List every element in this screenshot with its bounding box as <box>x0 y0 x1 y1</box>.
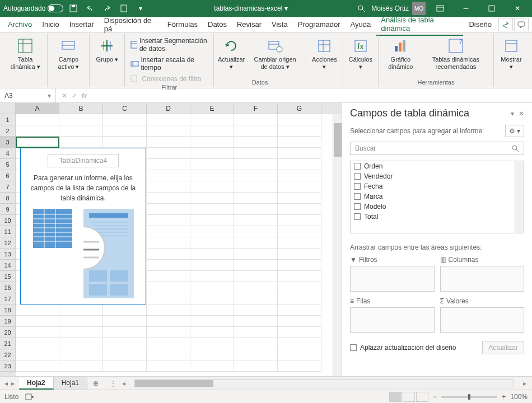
cell[interactable] <box>234 204 278 215</box>
gear-icon[interactable]: ⚙ ▾ <box>505 125 524 137</box>
field-checkbox[interactable] <box>354 203 361 210</box>
pane-dropdown-icon[interactable]: ▾ <box>511 110 514 118</box>
row-head-5[interactable]: 5 <box>0 159 16 170</box>
cell[interactable] <box>147 215 190 226</box>
cell[interactable] <box>190 125 234 137</box>
cell[interactable] <box>59 125 103 137</box>
cell[interactable] <box>234 360 278 372</box>
cell[interactable] <box>278 125 321 137</box>
cell[interactable] <box>190 360 234 372</box>
cell[interactable] <box>190 316 234 327</box>
row-head-7[interactable]: 7 <box>0 181 16 193</box>
cell[interactable] <box>147 170 190 181</box>
row-head-15[interactable]: 15 <box>0 271 16 282</box>
cell[interactable] <box>59 137 103 148</box>
update-button[interactable]: Actualizar <box>482 341 524 354</box>
cell[interactable] <box>234 282 278 293</box>
cell[interactable] <box>16 304 59 316</box>
cell[interactable] <box>103 327 147 338</box>
name-box[interactable]: A3 ▾ <box>0 88 56 102</box>
calculations-button[interactable]: fx Cálculos ▾ <box>347 36 375 72</box>
row-head-9[interactable]: 9 <box>0 204 16 215</box>
row-head-17[interactable]: 17 <box>0 293 16 304</box>
cell[interactable] <box>147 349 190 360</box>
field-list[interactable]: OrdenVendedorFechaMarcaModeloTotal <box>350 161 524 233</box>
cell[interactable] <box>234 148 278 159</box>
cancel-formula-icon[interactable]: ✕ <box>62 92 67 100</box>
cell[interactable] <box>234 249 278 260</box>
redo-icon[interactable] <box>100 2 114 15</box>
share-icon[interactable] <box>498 18 513 31</box>
cell[interactable] <box>190 170 234 181</box>
cell[interactable] <box>234 125 278 137</box>
cell[interactable] <box>59 304 103 316</box>
row-head-1[interactable]: 1 <box>0 114 16 125</box>
group-button[interactable]: Grupo ▾ <box>93 36 121 64</box>
vertical-scrollbar[interactable] <box>333 114 342 376</box>
cell[interactable] <box>147 237 190 249</box>
cell[interactable] <box>59 338 103 349</box>
cell[interactable] <box>147 181 190 193</box>
pane-close-icon[interactable]: ✕ <box>519 110 524 118</box>
hscroll-right-icon[interactable]: ▸ <box>523 379 526 387</box>
cell[interactable] <box>147 338 190 349</box>
cell[interactable] <box>278 249 321 260</box>
field-checkbox[interactable] <box>354 213 361 220</box>
tab-insert[interactable]: Insertar <box>65 18 99 31</box>
cell[interactable] <box>190 349 234 360</box>
cell[interactable] <box>147 226 190 237</box>
undo-icon[interactable] <box>83 2 97 15</box>
rows-drop-area[interactable] <box>350 307 435 333</box>
sheet-tab-other[interactable]: Hoja1 <box>54 377 87 390</box>
cell[interactable] <box>16 349 59 360</box>
recommended-button[interactable]: ? Tablas dinámicas recomendadas <box>422 36 490 72</box>
cell[interactable] <box>278 282 321 293</box>
cell[interactable] <box>59 327 103 338</box>
cell[interactable] <box>234 327 278 338</box>
field-item[interactable]: Fecha <box>351 181 524 191</box>
tab-analyze[interactable]: Análisis de tabla dinámica <box>376 13 463 36</box>
save-icon[interactable] <box>67 2 80 15</box>
cell[interactable] <box>278 304 321 316</box>
field-item[interactable]: Marca <box>351 191 524 202</box>
field-checkbox[interactable] <box>354 173 361 180</box>
cell[interactable] <box>147 249 190 260</box>
tab-data[interactable]: Datos <box>203 18 231 31</box>
col-head-B[interactable]: B <box>59 103 103 114</box>
row-head-14[interactable]: 14 <box>0 260 16 271</box>
cell[interactable] <box>234 271 278 282</box>
cell[interactable] <box>103 137 147 148</box>
cell[interactable] <box>278 193 321 204</box>
cell[interactable] <box>147 271 190 282</box>
cell[interactable] <box>278 137 321 148</box>
cell[interactable] <box>59 360 103 372</box>
cell[interactable] <box>234 226 278 237</box>
pivot-placeholder[interactable]: TablaDinámica4 Para generar un informe, … <box>20 148 146 304</box>
cell[interactable] <box>278 215 321 226</box>
cell[interactable] <box>190 181 234 193</box>
normal-view-icon[interactable] <box>389 392 402 402</box>
cell[interactable] <box>278 237 321 249</box>
cell[interactable] <box>190 159 234 170</box>
row-head-11[interactable]: 11 <box>0 226 16 237</box>
cell[interactable] <box>190 114 234 125</box>
cell[interactable] <box>234 237 278 249</box>
cell[interactable] <box>190 282 234 293</box>
cell[interactable] <box>103 125 147 137</box>
cell[interactable] <box>234 316 278 327</box>
cell[interactable] <box>147 282 190 293</box>
filters-drop-area[interactable] <box>350 266 435 292</box>
col-head-C[interactable]: C <box>103 103 147 114</box>
tab-file[interactable]: Archivo <box>3 18 36 31</box>
col-head-F[interactable]: F <box>234 103 278 114</box>
tab-review[interactable]: Revisar <box>232 18 266 31</box>
field-list-scrollbar[interactable] <box>515 161 524 233</box>
zoom-out-icon[interactable]: − <box>433 393 437 401</box>
field-checkbox[interactable] <box>354 163 361 170</box>
cell[interactable] <box>190 215 234 226</box>
cell[interactable] <box>16 125 59 137</box>
row-head-2[interactable]: 2 <box>0 125 16 137</box>
cell[interactable] <box>59 349 103 360</box>
cell[interactable] <box>278 148 321 159</box>
cell[interactable] <box>278 316 321 327</box>
